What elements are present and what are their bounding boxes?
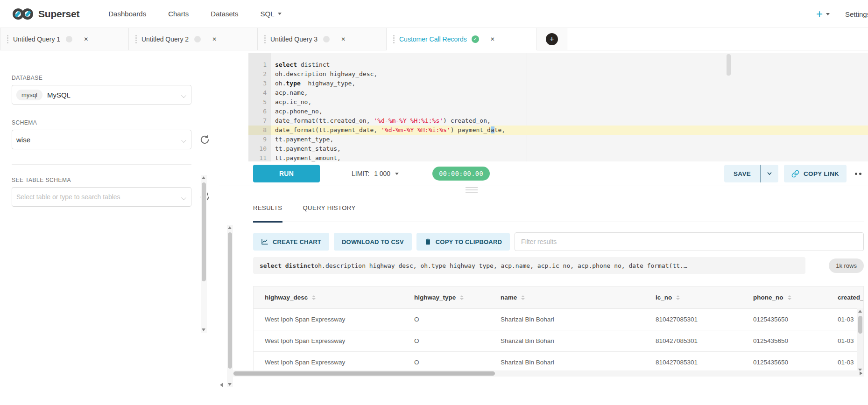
sql-editor[interactable]: 1select distinct2oh.description highway_… [248, 53, 868, 161]
refresh-schema-icon[interactable] [199, 134, 210, 145]
scrollbar-thumb[interactable] [202, 182, 206, 281]
scroll-down-icon[interactable] [228, 383, 232, 386]
line-code: select distinct [271, 60, 868, 70]
column-header-label: name [501, 294, 517, 301]
scroll-up-icon[interactable] [858, 310, 862, 313]
results-table: highway_deschighway_typenameic_nophone_n… [253, 286, 864, 373]
results-horizontal-scrollbar[interactable] [227, 370, 864, 377]
scroll-up-icon[interactable] [202, 176, 205, 179]
sort-down-icon [676, 298, 680, 300]
database-value: MySQL [47, 91, 71, 99]
line-code: oh.type highway_type, [271, 79, 868, 88]
nav-item-charts[interactable]: Charts [168, 10, 189, 18]
settings-menu[interactable]: Settings [845, 0, 868, 28]
drag-handle-icon [7, 35, 8, 43]
column-header-created_[interactable]: created_ [826, 294, 863, 301]
table-cell: Sharizal Bin Bohari [489, 337, 644, 344]
column-header-phone_no[interactable]: phone_no [742, 294, 826, 301]
query-tab-1[interactable]: Untitled Query 1✕ [0, 28, 129, 50]
toolbar-right: SAVE COPY LINK [724, 165, 861, 182]
save-button[interactable]: SAVE [724, 170, 760, 177]
create-chart-button[interactable]: CREATE CHART [253, 233, 329, 251]
column-header-highway_desc[interactable]: highway_desc [254, 294, 403, 301]
table-vertical-scrollbar[interactable] [857, 308, 863, 373]
close-icon[interactable]: ✕ [212, 36, 217, 42]
results-pane-scrollbar[interactable] [227, 225, 233, 387]
copy-link-button[interactable]: COPY LINK [784, 165, 847, 182]
table-select[interactable]: Select table or type to search tables [12, 187, 191, 207]
scrollbar-thumb[interactable] [228, 232, 232, 369]
scrollbar-thumb[interactable] [858, 316, 862, 334]
table-body: West Ipoh Span ExpresswayOSharizal Bin B… [254, 309, 863, 373]
nav-item-dashboards[interactable]: Dashboards [108, 10, 146, 18]
save-dropdown-button[interactable] [761, 170, 778, 177]
query-tab-4[interactable]: Customer Call Records✓✕ [387, 28, 537, 50]
main-pane: 1select distinct2oh.description highway_… [219, 50, 868, 405]
line-code: date_format(tt.payment_date, '%d-%m-%Y %… [271, 126, 868, 135]
scroll-right-icon[interactable] [860, 371, 862, 375]
chevron-down-icon [181, 195, 186, 200]
results-tab-query-history[interactable]: QUERY HISTORY [303, 204, 356, 222]
query-tab-label: Customer Call Records [399, 35, 467, 43]
outer-scroll-left-icon[interactable] [220, 383, 223, 387]
scroll-down-icon[interactable] [202, 328, 205, 331]
column-header-highway_type[interactable]: highway_type [403, 294, 489, 301]
query-tab-label: Untitled Query 1 [13, 35, 60, 43]
sidebar-scrollbar[interactable] [201, 175, 207, 333]
table-header-row: highway_deschighway_typenameic_nophone_n… [254, 286, 863, 309]
editor-line-1: 1select distinct [248, 60, 868, 70]
close-icon[interactable]: ✕ [341, 36, 346, 42]
results-tab-results[interactable]: RESULTS [253, 204, 282, 223]
string-token: '%d-%m-%Y %H:%i:%s' [374, 117, 443, 124]
line-code: tt.payment_amount, [271, 154, 868, 161]
query-tab-3[interactable]: Untitled Query 3✕ [258, 28, 387, 50]
database-select[interactable]: mysql MySQL [12, 85, 191, 105]
column-header-label: phone_no [753, 294, 783, 301]
download-csv-button[interactable]: DOWNLOAD TO CSV [334, 233, 412, 251]
editor-lines: 1select distinct2oh.description highway_… [248, 53, 868, 161]
table-cell: O [403, 316, 489, 323]
editor-line-6: 6acp.phone_no, [248, 107, 868, 116]
table-cell: 810427085301 [644, 316, 742, 323]
add-query-tab-button[interactable]: + [537, 28, 567, 50]
code-token: oh. [275, 80, 286, 87]
download-csv-label: DOWNLOAD TO CSV [342, 238, 404, 245]
column-header-name[interactable]: name [489, 294, 644, 301]
sort-icon [460, 295, 464, 300]
column-header-ic_no[interactable]: ic_no [644, 294, 742, 301]
drag-handle-icon [264, 35, 266, 43]
filter-results-input[interactable] [515, 232, 864, 251]
database-label: DATABASE [12, 75, 219, 81]
text-cursor: a [491, 126, 494, 133]
brand-name: Superset [38, 8, 79, 20]
limit-dropdown[interactable]: LIMIT: 1 000 [352, 170, 399, 177]
close-icon[interactable]: ✕ [490, 36, 495, 42]
close-icon[interactable]: ✕ [84, 36, 88, 42]
editor-line-9: 9tt.payment_type, [248, 135, 868, 144]
new-item-button[interactable]: + [816, 0, 830, 28]
run-button[interactable]: RUN [253, 165, 320, 182]
sort-up-icon [312, 295, 316, 297]
editor-scrollbar-thumb[interactable] [727, 54, 731, 76]
column-header-label: highway_desc [265, 294, 308, 301]
chevron-down-icon [181, 138, 186, 143]
nav-item-sql[interactable]: SQL [261, 10, 282, 18]
line-number: 7 [248, 116, 271, 126]
status-dot-icon [194, 36, 201, 42]
copy-clipboard-button[interactable]: COPY TO CLIPBOARD [416, 233, 510, 251]
code-token: tt.payment_status, [275, 145, 341, 152]
query-tab-2[interactable]: Untitled Query 2✕ [129, 28, 258, 50]
plus-circle-icon: + [546, 33, 558, 45]
scrollbar-thumb[interactable] [233, 371, 495, 376]
schema-select[interactable]: wise [12, 130, 191, 149]
create-chart-label: CREATE CHART [273, 238, 321, 245]
row-count-badge: 1k rows [829, 258, 864, 273]
results-actions: CREATE CHART DOWNLOAD TO CSV COPY TO CLI… [253, 232, 864, 251]
query-preview-row: select distinct oh.description highway_d… [253, 257, 864, 274]
superset-logo[interactable]: Superset [12, 7, 79, 21]
schema-label: SCHEMA [12, 119, 219, 126]
more-menu-icon[interactable] [855, 173, 861, 175]
scroll-up-icon[interactable] [228, 226, 232, 229]
nav-item-datasets[interactable]: Datasets [211, 10, 238, 18]
code-token: acp.ic_no, [275, 98, 311, 105]
